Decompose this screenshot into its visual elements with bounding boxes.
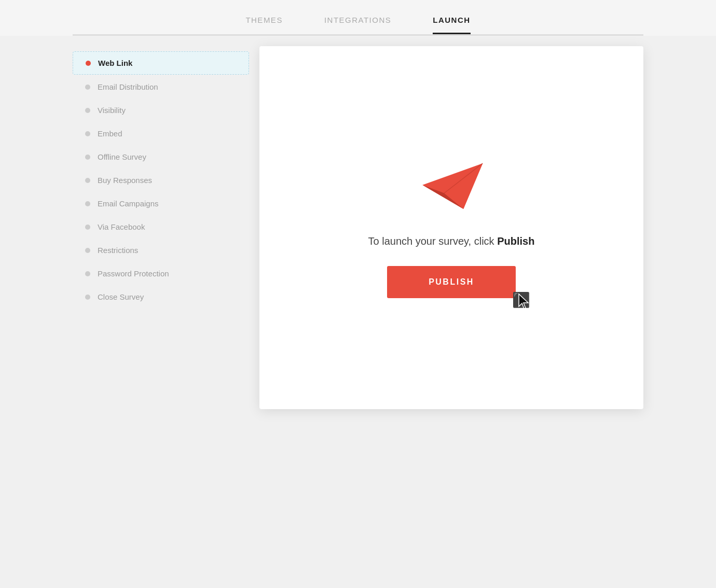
sidebar-label-email-campaigns: Email Campaigns [98,199,159,208]
sidebar-item-offline-survey[interactable]: Offline Survey [73,146,249,168]
bullet-web-link [86,61,91,66]
sidebar-item-email-campaigns[interactable]: Email Campaigns [73,192,249,215]
sidebar-item-password-protection[interactable]: Password Protection [73,262,249,285]
sidebar-item-via-facebook[interactable]: Via Facebook [73,216,249,238]
sidebar-item-buy-responses[interactable]: Buy Responses [73,169,249,191]
mouse-cursor-icon [517,293,531,310]
sidebar-label-visibility: Visibility [98,106,126,115]
bullet-offline-survey [85,155,90,160]
bullet-password-protection [85,271,90,276]
launch-text-prefix: To launch your survey, click [368,235,498,247]
content-area: To launch your survey, click Publish PUB… [259,46,643,409]
publish-wrapper: PUBLISH ⬛ [387,266,516,298]
nav-underline-bar [73,34,643,36]
paper-plane-icon [418,158,485,215]
launch-text-bold: Publish [497,235,534,247]
bullet-email-distribution [85,85,90,90]
bullet-via-facebook [85,225,90,230]
tab-themes[interactable]: THEMES [245,16,283,34]
bullet-buy-responses [85,178,90,183]
bullet-close-survey [85,295,90,300]
tab-integrations[interactable]: INTEGRATIONS [324,16,391,34]
top-nav: THEMES INTEGRATIONS LAUNCH [0,0,716,34]
sidebar-label-web-link: Web Link [98,59,132,67]
sidebar-label-restrictions: Restrictions [98,246,138,255]
sidebar-item-embed[interactable]: Embed [73,122,249,145]
sidebar-item-email-distribution[interactable]: Email Distribution [73,76,249,98]
sidebar: Web Link Email Distribution Visibility E… [73,46,249,309]
bullet-restrictions [85,248,90,253]
sidebar-item-web-link[interactable]: Web Link [73,51,249,75]
sidebar-label-offline-survey: Offline Survey [98,152,146,161]
sidebar-item-restrictions[interactable]: Restrictions [73,239,249,261]
sidebar-label-embed: Embed [98,129,122,138]
tab-launch[interactable]: LAUNCH [433,16,470,34]
bullet-email-campaigns [85,201,90,206]
publish-button[interactable]: PUBLISH [387,266,516,298]
main-layout: Web Link Email Distribution Visibility E… [73,36,643,409]
svg-marker-4 [519,294,528,309]
sidebar-label-password-protection: Password Protection [98,269,169,278]
nav-section: THEMES INTEGRATIONS LAUNCH [0,0,716,36]
bullet-embed [85,131,90,136]
launch-description: To launch your survey, click Publish [368,235,535,247]
content-card: To launch your survey, click Publish PUB… [259,46,643,409]
sidebar-item-close-survey[interactable]: Close Survey [73,286,249,308]
sidebar-item-visibility[interactable]: Visibility [73,99,249,121]
bullet-visibility [85,108,90,113]
sidebar-label-close-survey: Close Survey [98,292,144,301]
sidebar-label-buy-responses: Buy Responses [98,176,152,185]
sidebar-label-email-distribution: Email Distribution [98,82,158,91]
sidebar-label-via-facebook: Via Facebook [98,222,145,231]
